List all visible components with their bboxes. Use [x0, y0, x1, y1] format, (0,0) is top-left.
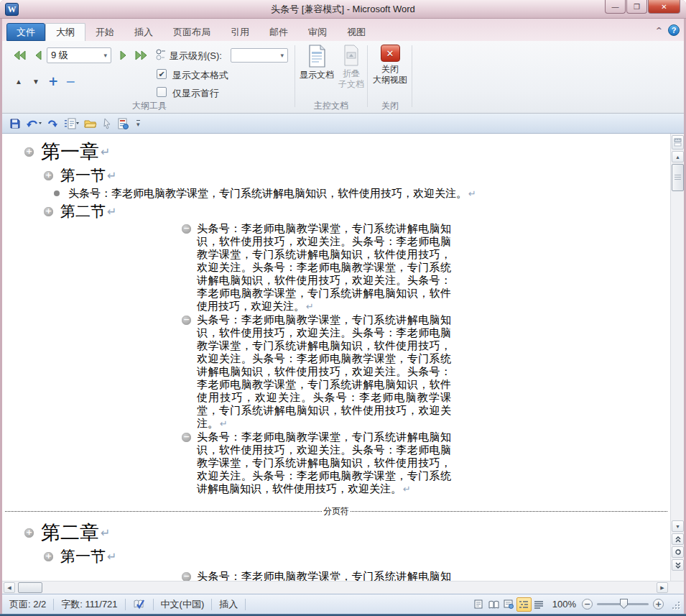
- outline-level-value: 9 级: [51, 49, 68, 62]
- outline-paragraph[interactable]: − 头条号：李老师电脑教学课堂，专门系统讲解电脑知识，软件使用技巧，欢迎关注。头…: [2, 431, 670, 496]
- ruler-toggle-button[interactable]: [672, 135, 684, 150]
- outline-paragraph[interactable]: − 头条号：李老师电脑教学课堂，专门系统讲解电脑知识，软件使用技巧，欢迎关注。头…: [2, 222, 670, 313]
- expand-icon[interactable]: +: [24, 147, 34, 157]
- tab-review[interactable]: 审阅: [298, 23, 337, 41]
- status-language[interactable]: 中文(中国): [154, 598, 212, 611]
- next-page-button[interactable]: [672, 559, 684, 571]
- heading-text[interactable]: 第一节: [60, 546, 106, 566]
- numbered-list-button[interactable]: [63, 118, 79, 129]
- body-bullet-icon[interactable]: [54, 190, 60, 196]
- expand-icon[interactable]: +: [24, 528, 34, 538]
- document-preview-icon[interactable]: [117, 118, 129, 129]
- collapse-icon[interactable]: −: [182, 433, 191, 442]
- select-browse-object-button[interactable]: [672, 546, 684, 558]
- outline-heading2[interactable]: + 第二节 ↵: [2, 201, 670, 222]
- spellcheck-status-icon[interactable]: [126, 599, 153, 610]
- view-outline-button[interactable]: [516, 597, 532, 612]
- zoom-slider-thumb[interactable]: [620, 599, 628, 609]
- heading-text[interactable]: 第一节: [60, 165, 106, 185]
- status-page-number[interactable]: 页面: 2/2: [2, 598, 53, 611]
- outline-paragraph[interactable]: − 头条号：李老师电脑教学课堂，专门系统讲解电脑知识，软件使用技巧，欢迎关注。头…: [2, 570, 670, 581]
- chevron-down-icon[interactable]: ▾: [103, 52, 107, 59]
- horizontal-scrollbar[interactable]: ◀ ▶: [2, 581, 684, 594]
- redo-button[interactable]: [47, 118, 58, 129]
- expand-icon[interactable]: +: [44, 171, 53, 180]
- maximize-button[interactable]: ❐: [626, 0, 647, 14]
- tab-references[interactable]: 引用: [221, 23, 259, 41]
- chevron-down-icon[interactable]: ▾: [280, 52, 284, 59]
- scroll-down-button[interactable]: ▼: [672, 520, 684, 532]
- open-icon[interactable]: [84, 118, 97, 129]
- heading-text[interactable]: 第二节: [60, 201, 106, 221]
- outline-heading2[interactable]: + 第一节 ↵: [2, 165, 670, 186]
- view-fullscreen-reading-button[interactable]: [486, 597, 501, 612]
- collapse-icon[interactable]: −: [182, 572, 191, 581]
- outline-heading2[interactable]: + 第一节 ↵: [2, 546, 670, 567]
- view-web-layout-button[interactable]: [501, 597, 516, 612]
- collapse-button[interactable]: −: [62, 74, 78, 88]
- status-insert-mode[interactable]: 插入: [212, 598, 245, 611]
- move-down-button[interactable]: ▼: [28, 74, 44, 88]
- first-line-only-checkbox[interactable]: [157, 87, 167, 97]
- close-outline-view-button[interactable]: ✕ 关闭 大纲视图: [370, 45, 410, 86]
- horizontal-scroll-thumb[interactable]: [18, 582, 42, 593]
- resize-grip[interactable]: [671, 600, 680, 609]
- collapse-subdocuments-button[interactable]: 折叠 子文档: [337, 45, 366, 90]
- outline-paragraph[interactable]: − 头条号：李老师电脑教学课堂，专门系统讲解电脑知识，软件使用技巧，欢迎关注。头…: [2, 313, 670, 431]
- paragraph-text[interactable]: 头条号：李老师电脑教学课堂，专门系统讲解电脑知识，软件使用技巧，欢迎关注。头条号…: [197, 313, 451, 431]
- collapse-icon[interactable]: −: [182, 316, 191, 325]
- zoom-level[interactable]: 100%: [547, 599, 582, 610]
- scroll-right-button[interactable]: ▶: [657, 582, 668, 593]
- tab-view[interactable]: 视图: [337, 23, 376, 41]
- collapse-icon[interactable]: −: [182, 224, 191, 234]
- expand-button[interactable]: +: [45, 74, 61, 88]
- outline-level-combo[interactable]: 9 级 ▾: [47, 47, 111, 63]
- expand-icon[interactable]: +: [44, 552, 53, 561]
- show-level-dropdown[interactable]: ▾: [231, 48, 288, 63]
- tab-home[interactable]: 开始: [85, 23, 124, 41]
- vertical-scrollbar[interactable]: ▲ ▼: [670, 134, 684, 581]
- heading-text[interactable]: 第二章: [41, 520, 99, 546]
- heading-text[interactable]: 第一章: [41, 139, 99, 165]
- outline-heading1[interactable]: + 第二章 ↵: [2, 520, 670, 546]
- view-draft-button[interactable]: [532, 597, 547, 612]
- paragraph-text[interactable]: 头条号：李老师电脑教学课堂，专门系统讲解电脑知识，软件使用技巧，欢迎关注。头条号…: [197, 570, 451, 581]
- vertical-scroll-thumb[interactable]: [672, 164, 684, 191]
- tab-mailings[interactable]: 邮件: [259, 23, 298, 41]
- status-word-count[interactable]: 字数: 111/721: [54, 598, 124, 611]
- outline-heading1[interactable]: + 第一章 ↵: [2, 139, 670, 165]
- help-icon[interactable]: ?: [668, 24, 680, 36]
- demote-button[interactable]: [116, 47, 130, 63]
- scroll-left-button[interactable]: ◀: [4, 582, 15, 593]
- paragraph-text[interactable]: 头条号：李老师电脑教学课堂，专门系统讲解电脑知识，软件使用技巧，欢迎关注。头条号…: [197, 222, 451, 313]
- demote-to-body-button[interactable]: [131, 47, 150, 63]
- previous-page-button[interactable]: [672, 533, 684, 545]
- scroll-up-button[interactable]: ▲: [672, 151, 684, 162]
- paragraph-text[interactable]: 头条号：李老师电脑教学课堂，专门系统讲解电脑知识，软件使用技巧，欢迎关注。头条号…: [197, 431, 451, 496]
- close-button[interactable]: ✕: [648, 0, 680, 14]
- show-document-button[interactable]: 显示文档: [296, 45, 338, 81]
- save-icon[interactable]: [9, 118, 21, 129]
- show-text-format-checkbox[interactable]: ✔: [157, 69, 167, 79]
- tab-insert[interactable]: 插入: [124, 23, 163, 41]
- pointer-tool-icon[interactable]: [102, 118, 112, 129]
- promote-to-heading1-button[interactable]: [11, 47, 29, 63]
- zoom-slider[interactable]: [597, 603, 649, 605]
- body-text[interactable]: 头条号：李老师电脑教学课堂，专门系统讲解电脑知识，软件使用技巧，欢迎关注。: [68, 187, 467, 201]
- toolbar-overflow-icon[interactable]: ▾: [136, 120, 140, 127]
- paragraph-mark-icon: ↵: [101, 526, 110, 540]
- zoom-out-button[interactable]: −: [582, 599, 593, 610]
- promote-button[interactable]: [31, 47, 45, 63]
- tab-file[interactable]: 文件: [6, 23, 45, 41]
- zoom-in-button[interactable]: +: [653, 599, 664, 610]
- move-up-button[interactable]: ▲: [11, 74, 27, 88]
- view-print-layout-button[interactable]: [471, 597, 486, 612]
- tab-outline[interactable]: 大纲: [45, 23, 85, 41]
- outline-body-line[interactable]: 头条号：李老师电脑教学课堂，专门系统讲解电脑知识，软件使用技巧，欢迎关注。 ↵: [2, 186, 670, 201]
- tab-page-layout[interactable]: 页面布局: [163, 23, 221, 41]
- document-outline[interactable]: + 第一章 ↵ + 第一节 ↵ 头条号：李老师电脑教学课堂，专门系统讲解电脑知识…: [2, 134, 670, 581]
- expand-icon[interactable]: +: [44, 207, 53, 216]
- minimize-button[interactable]: —: [605, 0, 626, 14]
- minimize-ribbon-icon[interactable]: ^: [656, 27, 662, 35]
- undo-button[interactable]: [26, 118, 42, 129]
